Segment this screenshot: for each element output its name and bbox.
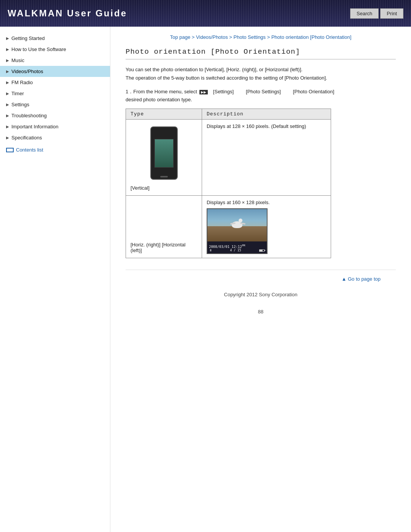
sidebar-item-label: Important Information [11, 124, 59, 129]
sidebar-item-label: Settings [11, 102, 29, 107]
photo-pm: PM [242, 244, 245, 247]
sidebar-item-label: FM Radio [11, 80, 33, 85]
breadcrumb-sep-3: > [267, 34, 271, 40]
header: WALKMAN User Guide Search Print [0, 0, 411, 27]
arrow-icon: ▶ [6, 102, 9, 107]
orientation-table: Type Description [126, 109, 331, 258]
table-row-horizontal: [Horiz. (right)] [Horizontal (left)] Dis… [126, 196, 331, 258]
desc-vertical: Displays at 128 × 160 pixels. (Default s… [202, 120, 331, 196]
sidebar-item-timer[interactable]: ▶ Timer [0, 88, 110, 99]
arrow-icon: ▶ [6, 69, 9, 73]
sidebar-item-videos-photos[interactable]: ▶ Videos/Photos [0, 66, 110, 77]
photo-preview: 2008/03/01 12:12PM ⏸ 4 / 15 [207, 208, 268, 254]
step-1: 1．From the Home menu, select ▶▶ [Setting… [126, 88, 396, 102]
breadcrumb-sep-1: > [192, 34, 196, 40]
sidebar-item-important-information[interactable]: ▶ Important Information [0, 121, 110, 132]
play-icon: ⏸ [209, 249, 212, 252]
battery-indicator [259, 249, 265, 252]
body-text: You can set the photo orientation to [Ve… [126, 66, 396, 82]
footer-area: Go to page top [126, 270, 396, 288]
desc-horizontal-text: Displays at 160 × 128 pixels. [207, 200, 326, 205]
page-title: Photo orientation [Photo Orientation] [126, 48, 396, 59]
photo-count: 4 / 15 [230, 249, 241, 252]
sidebar-item-label: How to Use the Software [11, 46, 66, 52]
sidebar-item-label: Getting Started [11, 35, 45, 41]
search-button[interactable]: Search [350, 8, 379, 19]
type-vertical: [Vertical] [126, 120, 202, 196]
sidebar-item-label: Videos/Photos [11, 69, 43, 74]
contents-list-icon [6, 148, 14, 152]
sidebar-item-fm-radio[interactable]: ▶ FM Radio [0, 77, 110, 88]
body-line1: You can set the photo orientation to [Ve… [126, 66, 396, 74]
go-to-top-link[interactable]: Go to page top [342, 276, 381, 282]
header-buttons: Search Print [350, 8, 403, 19]
arrow-icon: ▶ [6, 113, 9, 118]
sidebar-item-label: Timer [11, 91, 24, 96]
sidebar-item-label: Troubleshooting [11, 113, 47, 118]
contents-list-link[interactable]: Contents list [0, 143, 110, 157]
contents-list-label: Contents list [16, 147, 43, 153]
table-header-type: Type [126, 109, 202, 120]
body-line2: The operation of the 5-way button is swi… [126, 74, 396, 82]
breadcrumb-current[interactable]: Photo orientation [Photo Orientation] [271, 34, 351, 40]
sidebar-item-label: Specifications [11, 135, 42, 141]
breadcrumb-photo-settings[interactable]: Photo Settings [234, 34, 266, 40]
type-horizontal-label: [Horiz. (right)] [Horizontal (left)] [131, 242, 197, 253]
table-header-desc: Description [202, 109, 331, 120]
step-settings: [Settings] [213, 89, 234, 94]
layout: ▶ Getting Started ▶ How to Use the Softw… [0, 27, 411, 532]
desc-horizontal: Displays at 160 × 128 pixels. [202, 196, 331, 258]
arrow-icon: ▶ [6, 91, 9, 96]
step-suffix: desired photo orientation type. [126, 97, 192, 102]
arrow-icon: ▶ [6, 58, 9, 62]
table-row-vertical: [Vertical] Displays at 128 × 160 pixels.… [126, 120, 331, 196]
breadcrumb-sep-2: > [229, 34, 233, 40]
desc-vertical-text: Displays at 128 × 160 pixels. (Default s… [207, 123, 326, 129]
arrow-icon: ▶ [6, 36, 9, 40]
type-horizontal: [Horiz. (right)] [Horizontal (left)] [126, 196, 202, 258]
arrow-icon: ▶ [6, 80, 9, 85]
sidebar-item-how-to-use[interactable]: ▶ How to Use the Software [0, 44, 110, 55]
photo-date: 2008/03/01 12:12PM [209, 244, 265, 249]
page-number: 88 [126, 301, 396, 322]
sidebar-item-specifications[interactable]: ▶ Specifications [0, 132, 110, 143]
print-button[interactable]: Print [380, 8, 403, 19]
copyright-text: Copyright 2012 Sony Corporation [126, 288, 396, 301]
app-title: WALKMAN User Guide [8, 8, 127, 19]
step-number: 1．From the Home menu, select [126, 88, 197, 95]
photo-image [207, 209, 267, 241]
photo-count-row: ⏸ 4 / 15 [209, 249, 265, 252]
sidebar-item-getting-started[interactable]: ▶ Getting Started [0, 33, 110, 44]
breadcrumb-top[interactable]: Top page [170, 34, 191, 40]
step-orientation: [Photo Orientation] [293, 89, 334, 94]
sidebar: ▶ Getting Started ▶ How to Use the Softw… [0, 27, 110, 532]
step-photo-settings: [Photo Settings] [246, 89, 281, 94]
breadcrumb: Top page > Videos/Photos > Photo Setting… [126, 34, 396, 40]
type-vertical-label: [Vertical] [131, 183, 197, 191]
arrow-icon: ▶ [6, 136, 9, 140]
arrow-icon: ▶ [6, 47, 9, 51]
settings-icon: ▶▶ [199, 90, 208, 94]
sidebar-item-label: Music [11, 58, 24, 63]
breadcrumb-videos[interactable]: Videos/Photos [196, 34, 228, 40]
main-content: Top page > Videos/Photos > Photo Setting… [110, 27, 411, 532]
arrow-icon: ▶ [6, 125, 9, 129]
sidebar-item-music[interactable]: ▶ Music [0, 55, 110, 66]
photo-info-bar: 2008/03/01 12:12PM ⏸ 4 / 15 [207, 241, 267, 254]
sidebar-item-troubleshooting[interactable]: ▶ Troubleshooting [0, 110, 110, 121]
sidebar-item-settings[interactable]: ▶ Settings [0, 99, 110, 110]
